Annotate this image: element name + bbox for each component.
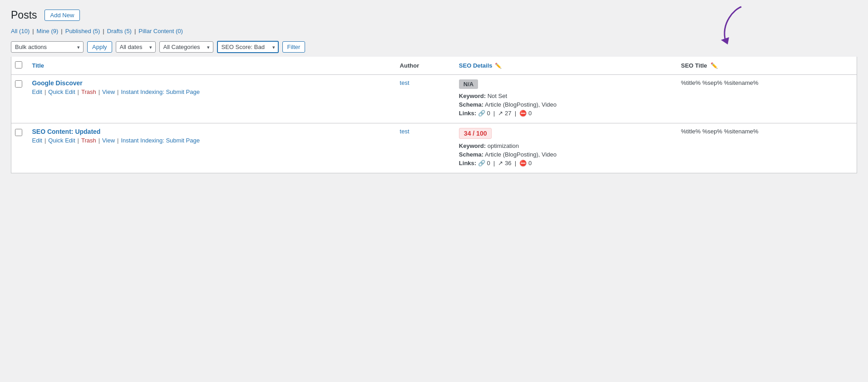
sep: | [78, 137, 79, 144]
instant-indexing-link-0[interactable]: Instant Indexing: Submit Page [121, 88, 199, 95]
row-actions-1: Edit | Quick Edit | Trash | View | Insta… [32, 137, 391, 144]
col-header-seo-title: SEO Title ✏️ [676, 57, 857, 75]
trash-link-1[interactable]: Trash [81, 137, 96, 144]
quick-edit-link-0[interactable]: Quick Edit [48, 88, 75, 95]
post-author-cell-0: test [395, 75, 454, 123]
post-checkbox-1[interactable] [15, 129, 22, 136]
view-link-1[interactable]: View [102, 137, 115, 144]
post-filter-nav: All (10) | Mine (9) | Published (5) | Dr… [11, 28, 857, 34]
tablenav: Bulk actions ▾ Apply All dates ▾ All Cat… [11, 41, 857, 53]
keyword-line-1: Keyword: optimization [459, 142, 672, 149]
posts-table: Title Author SEO Details ✏️ SEO Title ✏️ [11, 57, 857, 173]
link-external-icon-0: ↗ [498, 110, 503, 117]
row-checkbox-0 [11, 75, 28, 123]
apply-button[interactable]: Apply [87, 41, 112, 53]
post-author-cell-1: test [395, 123, 454, 173]
sep: | [44, 137, 46, 144]
svg-marker-0 [721, 37, 729, 44]
filter-mine-link[interactable]: Mine (9) [37, 28, 59, 34]
filter-drafts-link[interactable]: Drafts (5) [107, 28, 132, 34]
col-header-title[interactable]: Title [28, 57, 395, 75]
all-dates-wrap[interactable]: All dates ▾ [116, 41, 156, 53]
edit-link-1[interactable]: Edit [32, 137, 42, 144]
sep: | [78, 88, 79, 95]
col-seo-details-link[interactable]: SEO Details ✏️ [459, 62, 502, 69]
page-title: Posts [11, 9, 37, 21]
filter-pillar[interactable]: Pillar Content (0) [138, 28, 183, 34]
keyword-line-0: Keyword: Not Set [459, 93, 672, 99]
filter-button[interactable]: Filter [282, 41, 306, 53]
sep: | [99, 137, 100, 144]
schema-line-0: Schema: Article (BlogPosting), Video [459, 101, 672, 108]
filter-all[interactable]: All (10) [11, 28, 30, 34]
trash-link-0[interactable]: Trash [81, 88, 96, 95]
quick-edit-link-1[interactable]: Quick Edit [48, 137, 75, 144]
sep: | [117, 88, 118, 95]
link-nofollow-icon-0: ⛔ [519, 110, 527, 117]
sep-1: | [32, 28, 34, 34]
seo-details-cell-1: 34 / 100 Keyword: optimization Schema: A… [454, 123, 676, 173]
sep: | [117, 137, 118, 144]
author-link-0[interactable]: test [400, 79, 409, 86]
seo-score-wrap[interactable]: SEO Score: Bad ▾ [217, 41, 279, 53]
seo-title-edit-icon: ✏️ [710, 62, 718, 69]
sep: | [99, 88, 100, 95]
col-header-checkbox [11, 57, 28, 75]
links-line-0: Links: 🔗 0 | ↗ 27 | ⛔ 0 [459, 110, 672, 117]
table-row: SEO Content: Updated Edit | Quick Edit |… [11, 123, 857, 173]
edit-link-0[interactable]: Edit [32, 88, 42, 95]
post-checkbox-0[interactable] [15, 80, 22, 88]
post-title-link-1[interactable]: SEO Content: Updated [32, 128, 101, 135]
post-title-cell-1: SEO Content: Updated Edit | Quick Edit |… [28, 123, 395, 173]
seo-details-edit-icon: ✏️ [495, 63, 502, 69]
all-dates-select[interactable]: All dates [116, 41, 156, 53]
seo-score-select[interactable]: SEO Score: Bad [217, 41, 279, 53]
select-all-checkbox[interactable] [15, 61, 22, 69]
link-internal-icon-1: 🔗 [478, 160, 485, 167]
link-internal-icon-0: 🔗 [478, 110, 485, 117]
col-header-author: Author [395, 57, 454, 75]
instant-indexing-link-1[interactable]: Instant Indexing: Submit Page [121, 137, 199, 144]
link-nofollow-icon-1: ⛔ [519, 160, 527, 167]
all-categories-select[interactable]: All Categories [159, 41, 213, 53]
sep-4: | [134, 28, 136, 34]
filter-published-link[interactable]: Published (5) [65, 28, 100, 34]
sep-2: | [61, 28, 62, 34]
bulk-actions-select[interactable]: Bulk actions [11, 41, 84, 53]
sep-3: | [103, 28, 104, 34]
filter-pillar-link[interactable]: Pillar Content (0) [138, 28, 183, 34]
row-checkbox-1 [11, 123, 28, 173]
col-header-seo-details[interactable]: SEO Details ✏️ [454, 57, 676, 75]
col-title-link[interactable]: Title [32, 62, 391, 69]
filter-published[interactable]: Published (5) [65, 28, 100, 34]
add-new-button[interactable]: Add New [44, 10, 80, 21]
filter-all-link[interactable]: All (10) [11, 28, 30, 34]
seo-details-cell-0: N/A Keyword: Not Set Schema: Article (Bl… [454, 75, 676, 123]
all-categories-wrap[interactable]: All Categories ▾ [159, 41, 213, 53]
table-row: Google Discover Edit | Quick Edit | Tras… [11, 75, 857, 123]
post-title-link-0[interactable]: Google Discover [32, 79, 83, 87]
seo-title-cell-0: %title% %sep% %sitename% [676, 75, 857, 123]
author-link-1[interactable]: test [400, 128, 409, 135]
filter-mine[interactable]: Mine (9) [37, 28, 59, 34]
sep: | [44, 88, 46, 95]
seo-badge-na-0: N/A [459, 79, 478, 89]
seo-title-cell-1: %title% %sep% %sitename% [676, 123, 857, 173]
view-link-0[interactable]: View [102, 88, 115, 95]
post-title-cell-0: Google Discover Edit | Quick Edit | Tras… [28, 75, 395, 123]
schema-line-1: Schema: Article (BlogPosting), Video [459, 151, 672, 158]
links-line-1: Links: 🔗 0 | ↗ 36 | ⛔ 0 [459, 160, 672, 167]
row-actions-0: Edit | Quick Edit | Trash | View | Insta… [32, 88, 391, 95]
link-external-icon-1: ↗ [498, 160, 503, 167]
bulk-actions-wrap[interactable]: Bulk actions ▾ [11, 41, 84, 53]
seo-badge-bad-1: 34 / 100 [459, 128, 492, 139]
filter-drafts[interactable]: Drafts (5) [107, 28, 132, 34]
